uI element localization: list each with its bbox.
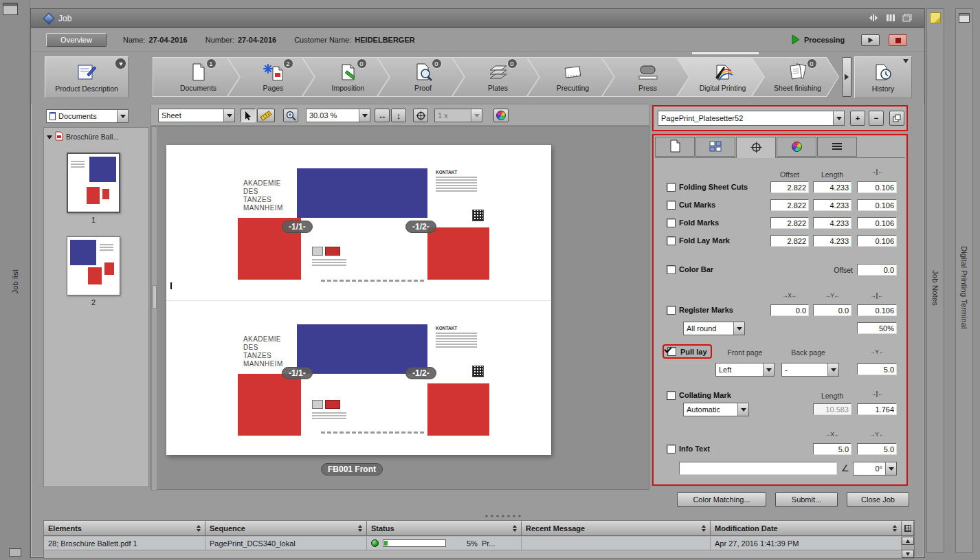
table-row-elements-cell[interactable]: 28; Broschüre Ballett.pdf 1 [44, 537, 205, 550]
scale-select[interactable]: 1 x [434, 109, 482, 122]
table-row-date-cell[interactable]: Apr 27, 2016 1:41:39 PM [711, 537, 902, 550]
tab-marks[interactable] [736, 137, 776, 158]
folding-sheet-cuts-checkbox[interactable] [667, 183, 676, 192]
workflow-step-press[interactable]: Press [602, 57, 689, 97]
remove-device-button[interactable]: − [869, 111, 884, 126]
tree-expander-icon[interactable] [47, 135, 52, 142]
workflow-step-digital-printing[interactable]: Digital Printing [677, 57, 764, 97]
product-description-menu-icon[interactable] [115, 58, 126, 69]
register-marks-percent[interactable] [857, 322, 897, 334]
color-matching-button[interactable]: Color Matching... [677, 492, 766, 507]
job-notes-icon[interactable] [930, 12, 941, 23]
measure-tool-button[interactable] [257, 109, 275, 122]
sheet-preview-canvas[interactable]: AKADEMIEDESTANZESMANNHEIM KONTAKT -1/1- … [151, 126, 649, 490]
center-view-button[interactable] [413, 109, 428, 122]
pointer-tool-button[interactable] [241, 109, 256, 122]
fit-width-button[interactable]: ↔ [375, 109, 390, 122]
cut-marks-checkbox[interactable] [667, 201, 676, 210]
register-marks-width[interactable] [857, 304, 897, 316]
panel-toggle-icon[interactable] [9, 548, 21, 557]
workflow-step-proof[interactable]: 0 Proof [377, 57, 465, 97]
job-notes-rail[interactable]: Job Notes [926, 8, 944, 553]
pull-lay-checkbox[interactable] [667, 347, 676, 356]
zoom-level-select[interactable]: 30.03 % [306, 109, 370, 122]
fit-height-button[interactable]: ↕ [391, 109, 406, 122]
duplicate-device-button[interactable] [889, 111, 904, 126]
tab-sheet[interactable] [655, 137, 695, 157]
fold-marks-width[interactable] [857, 217, 897, 229]
table-splitter-handle[interactable] [31, 513, 924, 519]
add-device-button[interactable]: + [850, 111, 865, 126]
fold-marks-length[interactable] [813, 217, 851, 229]
workflow-step-pages[interactable]: 2 Pages [227, 57, 315, 97]
workflow-step-imposition[interactable]: 0 Imposition [302, 57, 390, 97]
workflow-step-documents[interactable]: 1 Documents [153, 57, 240, 97]
view-mode-select[interactable]: Sheet [158, 109, 235, 122]
color-bar-offset[interactable] [857, 264, 897, 276]
folding-sheet-cuts-offset[interactable] [770, 181, 809, 193]
fold-lay-mark-width[interactable] [857, 235, 897, 247]
workflow-product-description[interactable]: Product Description [45, 56, 129, 98]
tab-output-options[interactable] [817, 137, 857, 157]
cut-marks-length[interactable] [813, 199, 851, 211]
collating-width[interactable] [857, 403, 897, 415]
page-thumbnail-2[interactable] [67, 236, 120, 295]
scroll-up-button[interactable] [902, 537, 914, 545]
overview-button[interactable]: Overview [46, 33, 107, 47]
window-titlebar[interactable]: Job [31, 9, 924, 28]
collating-mark-checkbox[interactable] [667, 391, 676, 400]
close-job-button[interactable]: Close Job [847, 492, 909, 507]
color-bar-checkbox[interactable] [667, 265, 676, 274]
workflow-history[interactable]: History [854, 56, 912, 98]
info-text-angle-select[interactable]: 0° [853, 462, 897, 475]
workflow-step-precutting[interactable]: Precutting [527, 57, 614, 97]
pull-lay-back-select[interactable]: - [781, 363, 839, 377]
column-header-modification-date[interactable]: Modification Date [711, 521, 902, 536]
zoom-tool-button[interactable] [283, 109, 298, 122]
table-config-button[interactable] [902, 521, 914, 536]
table-row-sequence-cell[interactable]: PagePrint_DCS340_lokal [205, 537, 367, 550]
register-marks-x[interactable] [770, 304, 809, 316]
job-list-rail[interactable]: Job list [0, 0, 30, 560]
resume-button[interactable] [861, 34, 880, 46]
tile-columns-icon[interactable] [886, 14, 895, 23]
terminal-icon[interactable] [959, 13, 970, 23]
pull-lay-y-value[interactable] [857, 363, 897, 375]
tab-layout[interactable] [695, 137, 735, 157]
cut-marks-offset[interactable] [770, 199, 809, 211]
cascade-windows-icon[interactable] [902, 14, 912, 23]
column-header-sequence[interactable]: Sequence [205, 521, 367, 536]
collating-length[interactable] [813, 403, 851, 415]
workflow-step-plates[interactable]: 0 Plates [452, 57, 539, 97]
folding-sheet-cuts-width[interactable] [857, 181, 897, 193]
column-header-elements[interactable]: Elements [44, 521, 205, 536]
output-device-select[interactable]: PagePrint_Platesetter52 [658, 111, 845, 126]
fold-lay-mark-offset[interactable] [770, 235, 809, 247]
stop-button[interactable] [889, 34, 907, 46]
column-header-status[interactable]: Status [367, 521, 522, 536]
info-text-y[interactable] [857, 443, 897, 455]
cut-marks-width[interactable] [857, 199, 897, 211]
column-header-recent-message[interactable]: Recent Message [522, 521, 711, 536]
folding-sheet-cuts-length[interactable] [813, 181, 851, 193]
table-row-recent-message-cell[interactable] [522, 537, 711, 550]
register-marks-checkbox[interactable] [667, 306, 676, 315]
info-text-x[interactable] [813, 443, 851, 455]
document-tree-item[interactable]: Broschüre Ball... [47, 131, 147, 142]
split-view-icon[interactable] [868, 14, 879, 23]
workflow-step-sheet-finishing[interactable]: 0 Sheet finishing [752, 57, 839, 97]
scroll-down-button[interactable] [902, 550, 914, 558]
pull-lay-front-select[interactable]: Left [715, 363, 775, 377]
submit-button[interactable]: Submit... [775, 492, 838, 507]
job-list-icon[interactable] [3, 3, 18, 15]
fold-lay-mark-checkbox[interactable] [667, 236, 676, 245]
tab-color[interactable] [777, 137, 816, 157]
history-menu-icon[interactable] [903, 59, 909, 66]
documents-view-select[interactable]: Documents [46, 109, 129, 123]
register-marks-y[interactable] [813, 304, 851, 316]
register-marks-mode-select[interactable]: All round [683, 322, 745, 335]
digital-printing-terminal-rail[interactable]: Digital Printing Terminal [955, 8, 973, 553]
fold-marks-offset[interactable] [770, 217, 809, 229]
workflow-scroll-right-button[interactable] [842, 57, 851, 97]
page-thumbnail-1[interactable] [67, 153, 120, 213]
